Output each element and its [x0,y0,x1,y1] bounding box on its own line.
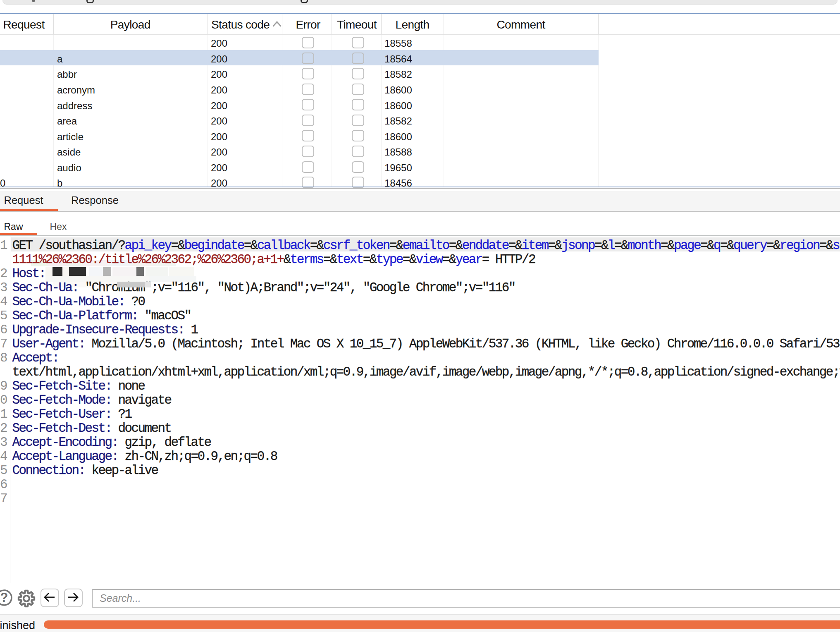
svg-text:?: ? [0,590,8,605]
